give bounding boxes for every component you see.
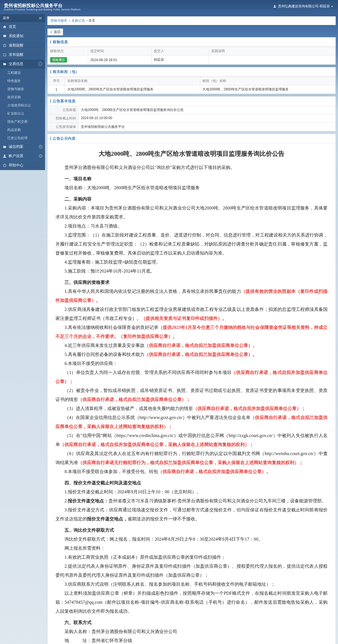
verify-person: 郑廷容 [151, 55, 209, 64]
user-area[interactable]: 贵州弘典建设咨询有限公司-郑廷容▾ [273, 4, 333, 9]
subnav-gcjz[interactable]: 工程建设 [0, 69, 45, 77]
sidebar-item-account[interactable]: 帐户设置+ [0, 151, 45, 161]
subnav-prop[interactable]: 国有产权交易 [0, 118, 45, 126]
panel-content-title: 公告公示内容 [48, 134, 335, 143]
document-body: 大地2000吨、2800吨生产区给水管道暗改明项目监理服务询比价公告 贵州茅台酒… [48, 143, 335, 644]
verify-status-tag: 核验通过 [50, 57, 67, 63]
panel-basic: 公告基本信息 公告标题大地2000吨、2800吨生产区给水管道暗改明项目监理服务… [47, 96, 336, 132]
platform-title: 贵州省招标投标公共服务平台 [4, 3, 81, 8]
sidebar-group-header: 菜单 [0, 14, 45, 22]
expand-icon: + [39, 154, 42, 158]
bid-table: 序号 采购项目名称 标段（包）名称 1 大地2000吨、2800吨生产区给水管道… [48, 77, 335, 94]
back-button[interactable]: 返回 [47, 28, 63, 35]
main-content: 货物与服务 › 采购公告 › 查看 返回 核验信息 核验状态 提交时间 提交人 … [45, 14, 338, 644]
panel-basic-title: 公告基本信息 [48, 97, 335, 106]
user-icon [273, 5, 276, 8]
verify-reason [209, 55, 335, 64]
subnav-drug[interactable]: 药品采购 [0, 126, 45, 134]
back-icon [50, 31, 53, 34]
verify-time: 2024-08-29 16:01 [88, 55, 151, 64]
top-banner: 贵州省招标投标公共服务平台 GuiZhou Province Tendering… [0, 0, 338, 14]
platform-subtitle: GuiZhou Province Tendering and Bidding P… [4, 8, 81, 11]
subnav-pubhandle[interactable]: 已发公告处理 [0, 134, 45, 142]
clock-icon [3, 44, 6, 47]
sidebar-item-overdue[interactable]: 逾期提醒 [0, 41, 45, 50]
publish-icon [3, 53, 6, 57]
subnav-hwfw[interactable]: 货物与服务 [0, 85, 45, 93]
crumb-2[interactable]: 采购公告 [72, 19, 85, 23]
collapse-icon: − [38, 62, 42, 66]
folder-icon [3, 145, 6, 149]
verify-table: 核验状态 提交时间 提交人 原因说明 核验通过 2024-08-29 16:01… [48, 47, 335, 64]
sidebar-item-trade[interactable]: 交易信息− [0, 59, 45, 69]
panel-verify: 核验信息 核验状态 提交时间 提交人 原因说明 核验通过 2024-08-29 … [47, 37, 336, 65]
subnav-land[interactable]: 土地使用权出让 [0, 101, 45, 110]
sidebar-item-help[interactable]: ?帮助中心 [0, 161, 45, 170]
crumb-3: 查看 [88, 19, 95, 23]
panel-bid: 相关标段（包） 序号 采购项目名称 标段（包）名称 1 大地2000吨、2800… [47, 67, 336, 94]
sidebar-item-sysmsg[interactable]: 系统通知 [0, 32, 45, 41]
subnav-zfcg[interactable]: 政府采购 [0, 93, 45, 101]
breadcrumb: 货物与服务 › 采购公告 › 查看 [47, 16, 336, 25]
sidebar: 菜单 首页 系统通知 逾期提醒 发布提醒 交易信息− 工程建设 特色服务 货物与… [0, 14, 45, 170]
menu-icon[interactable] [39, 16, 42, 20]
doc-main-title: 大地2000吨、2800吨生产区给水管道暗改明项目监理服务询比价公告 [55, 150, 328, 158]
expand-icon: + [39, 145, 42, 148]
help-icon: ? [3, 164, 6, 167]
home-icon [3, 25, 6, 29]
sidebar-item-pubremind[interactable]: 发布提醒 [0, 50, 45, 59]
user-label: 贵州弘典建设咨询有限公司-郑廷容 [278, 4, 330, 9]
panel-content: 公告公示内容 大地2000吨、2800吨生产区给水管道暗改明项目监理服务询比价公… [47, 134, 336, 644]
folder-icon [3, 62, 6, 66]
crumb-1[interactable]: 货物与服务 [50, 19, 67, 23]
subnav-mine[interactable]: 矿业权出让 [0, 110, 45, 118]
sidebar-item-credit[interactable]: 诚信档案+ [0, 142, 45, 151]
panel-bid-title: 相关标段（包） [48, 67, 335, 77]
panel-verify-title: 核验信息 [48, 37, 335, 47]
subnav-tsfw[interactable]: 特色服务 [0, 77, 45, 85]
svg-text:?: ? [4, 164, 5, 166]
monitor-icon [3, 34, 6, 38]
user-icon [3, 154, 6, 158]
sidebar-item-home[interactable]: 首页 [0, 22, 45, 32]
